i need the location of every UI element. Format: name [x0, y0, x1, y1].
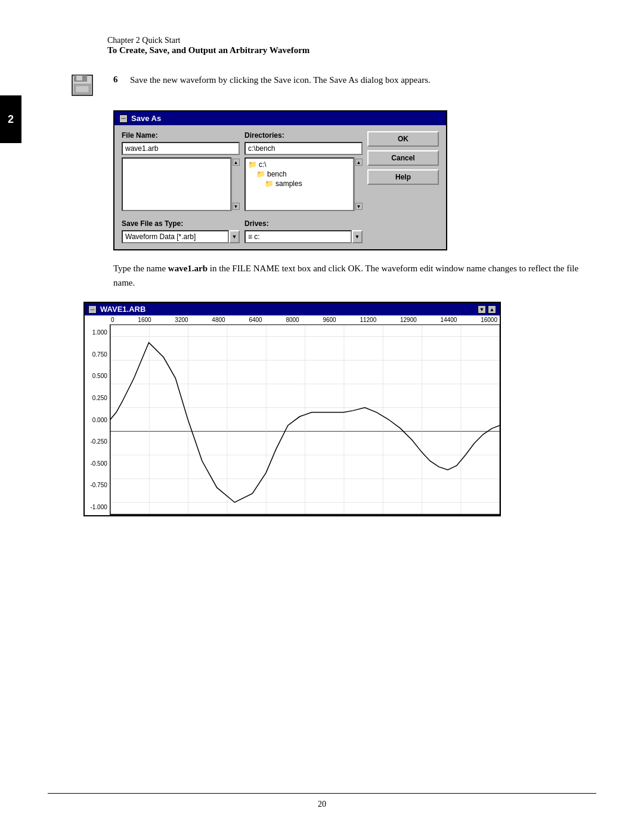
save-type-arrow[interactable]: ▼: [229, 230, 240, 243]
dialog-body: File Name: wave1.arb ▲ ▼ Directories: c:…: [114, 125, 446, 217]
page: 2 Chapter 2 Quick Start To Create, Save,…: [0, 0, 644, 833]
dir-list-box: 📁 c:\ 📁 bench 📁 samples ▲: [244, 157, 363, 211]
save-as-dialog: ─ Save As File Name: wave1.arb ▲ ▼: [113, 110, 447, 250]
folder-icon: 📁: [256, 170, 265, 178]
drives-dropdown[interactable]: ≡ c: ▼: [244, 230, 363, 243]
wave-maximize-button[interactable]: ▲: [488, 305, 496, 314]
save-type-label: Save File as Type:: [122, 219, 240, 228]
drives-arrow[interactable]: ▼: [352, 230, 363, 243]
x-label-9600: 9600: [323, 317, 336, 323]
dir-scroll-up[interactable]: ▲: [355, 159, 363, 166]
drives-column: Drives: ≡ c: ▼: [244, 219, 363, 243]
file-list-inner[interactable]: [122, 157, 231, 211]
chapter-number: 2: [8, 113, 14, 126]
dialog-buttons: OK Cancel Help: [367, 131, 439, 211]
wave-window-buttons: ▼ ▲: [478, 305, 496, 314]
titlebar-left: ─ Save As: [119, 114, 161, 123]
para-before: Type the name: [113, 264, 168, 273]
y-minus-0.500: -0.500: [86, 460, 107, 467]
dir-scroll-down[interactable]: ▼: [355, 203, 363, 210]
directories-label: Directories:: [244, 131, 363, 140]
floppy-disk-icon: [72, 75, 93, 96]
dir-item-samples[interactable]: 📁 samples: [248, 179, 351, 188]
y-0.250: 0.250: [86, 395, 107, 401]
waveform-svg: [110, 324, 500, 515]
folder-icon: 📁: [248, 160, 257, 169]
step-6-text: Save the new waveform by clicking the Sa…: [130, 73, 596, 87]
dir-item-root[interactable]: 📁 c:\: [248, 160, 351, 169]
file-list-scrollbar[interactable]: ▲ ▼: [231, 157, 240, 211]
x-label-1600: 1600: [138, 317, 151, 323]
x-label-3200: 3200: [175, 317, 188, 323]
x-label-11200: 11200: [360, 317, 376, 323]
dir-list-scrollbar[interactable]: ▲ ▼: [354, 157, 363, 211]
footer: 20: [48, 793, 596, 809]
x-label-4800: 4800: [212, 317, 225, 323]
wave-title: WAVE1.ARB: [100, 305, 145, 314]
file-name-input[interactable]: wave1.arb: [122, 142, 240, 155]
y-0.500: 0.500: [86, 373, 107, 379]
save-type-column: Save File as Type: Waveform Data [*.arb]…: [122, 219, 240, 243]
y-0.750: 0.750: [86, 351, 107, 358]
step-number: 6: [113, 75, 125, 85]
directories-column: Directories: c:\bench 📁 c:\ 📁 bench: [244, 131, 363, 211]
x-label-14400: 14400: [441, 317, 457, 323]
dir-samples-label: samples: [275, 179, 302, 188]
dialog-titlebar: ─ Save As: [114, 112, 446, 125]
svg-rect-2: [76, 76, 82, 80]
y-minus-0.250: -0.250: [86, 438, 107, 445]
cancel-button[interactable]: Cancel: [367, 150, 439, 166]
chapter-label: Chapter 2 Quick Start: [107, 36, 596, 45]
dir-root-label: c:\: [259, 160, 267, 169]
page-number: 20: [48, 800, 596, 809]
save-type-dropdown[interactable]: Waveform Data [*.arb] ▼: [122, 230, 240, 243]
directories-value: c:\bench: [244, 142, 363, 155]
svg-rect-4: [76, 86, 89, 92]
x-label-0: 0: [111, 317, 114, 323]
dir-list-inner[interactable]: 📁 c:\ 📁 bench 📁 samples: [244, 157, 354, 211]
y-1.000: 1.000: [86, 329, 107, 336]
wave-xaxis: 0 1600 3200 4800 6400 8000 9600 11200 12…: [85, 315, 500, 324]
save-type-value[interactable]: Waveform Data [*.arb]: [122, 230, 229, 243]
x-label-16000: 16000: [481, 317, 497, 323]
wave-yaxis: 1.000 0.750 0.500 0.250 0.000 -0.250 -0.…: [85, 324, 110, 515]
dialog-close-button[interactable]: ─: [119, 114, 128, 123]
waveform-window: ─ WAVE1.ARB ▼ ▲ 0 1600 3200 4800 6400 80…: [83, 302, 501, 516]
bottom-spacer: [367, 219, 439, 243]
help-button[interactable]: Help: [367, 169, 439, 185]
y-minus-1.000: -1.000: [86, 504, 107, 510]
para-bold: wave1.arb: [168, 264, 208, 273]
dialog-title: Save As: [131, 114, 161, 123]
folder-icon: 📁: [265, 179, 274, 188]
y-0.000: 0.000: [86, 417, 107, 423]
file-name-column: File Name: wave1.arb ▲ ▼: [122, 131, 240, 211]
step-6-row: 6 Save the new waveform by clicking the …: [48, 73, 596, 98]
x-label-6400: 6400: [249, 317, 262, 323]
y-minus-0.750: -0.750: [86, 482, 107, 488]
paragraph-text: Type the name wave1.arb in the FILE NAME…: [48, 261, 596, 290]
wave-titlebar: ─ WAVE1.ARB ▼ ▲: [85, 303, 500, 315]
x-label-12900: 12900: [400, 317, 417, 323]
header: Chapter 2 Quick Start To Create, Save, a…: [48, 36, 596, 55]
ok-button[interactable]: OK: [367, 131, 439, 147]
scroll-up-arrow[interactable]: ▲: [233, 159, 240, 166]
wave-body: 1.000 0.750 0.500 0.250 0.000 -0.250 -0.…: [85, 324, 500, 515]
file-name-label: File Name:: [122, 131, 240, 140]
dir-item-bench[interactable]: 📁 bench: [248, 169, 351, 179]
dialog-bottom-row: Save File as Type: Waveform Data [*.arb]…: [114, 217, 446, 249]
wave-title-left: ─ WAVE1.ARB: [88, 305, 145, 314]
scroll-down-arrow[interactable]: ▼: [233, 203, 240, 210]
wave-minimize-button[interactable]: ▼: [478, 305, 486, 314]
floppy-icon-container: [72, 75, 101, 98]
drives-label: Drives:: [244, 219, 363, 228]
file-list-box: ▲ ▼: [122, 157, 240, 211]
wave-menu-button[interactable]: ─: [88, 305, 97, 314]
x-label-8000: 8000: [286, 317, 299, 323]
drives-value[interactable]: ≡ c:: [244, 230, 352, 243]
section-title: To Create, Save, and Output an Arbitrary…: [107, 45, 596, 55]
dir-bench-label: bench: [267, 170, 287, 178]
chapter-tab: 2: [0, 95, 21, 143]
